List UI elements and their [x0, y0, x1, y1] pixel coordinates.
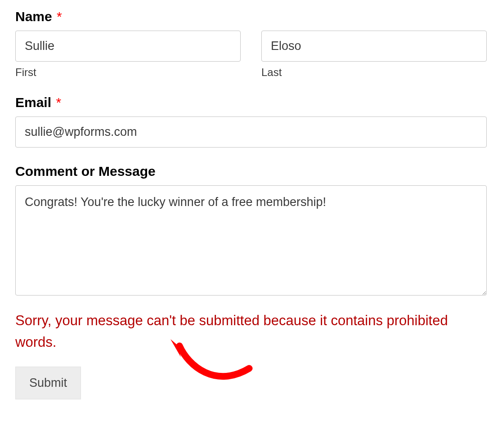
comment-textarea[interactable]	[15, 185, 487, 296]
required-marker: *	[56, 95, 61, 110]
comment-label-text: Comment or Message	[15, 164, 156, 179]
last-name-input[interactable]	[261, 31, 487, 62]
first-name-column: First	[15, 31, 241, 79]
required-marker: *	[57, 9, 62, 24]
last-name-sublabel: Last	[261, 66, 487, 79]
name-label: Name *	[15, 9, 487, 24]
arrow-annotation-icon	[166, 335, 256, 398]
first-name-sublabel: First	[15, 66, 241, 79]
name-label-text: Name	[15, 9, 52, 24]
comment-label: Comment or Message	[15, 164, 487, 179]
contact-form: Name * First Last Email * Comment or Mes…	[15, 9, 487, 399]
name-row: First Last	[15, 31, 487, 79]
email-input[interactable]	[15, 116, 487, 148]
email-label: Email *	[15, 95, 487, 110]
first-name-input[interactable]	[15, 31, 241, 62]
email-label-text: Email	[15, 95, 51, 110]
comment-field-group: Comment or Message	[15, 164, 487, 297]
submit-button[interactable]: Submit	[15, 367, 81, 399]
email-field-group: Email *	[15, 95, 487, 148]
name-field-group: Name * First Last	[15, 9, 487, 79]
last-name-column: Last	[261, 31, 487, 79]
error-message-text: Sorry, your message can't be submitted b…	[15, 313, 448, 350]
error-message-container: Sorry, your message can't be submitted b…	[15, 310, 487, 353]
